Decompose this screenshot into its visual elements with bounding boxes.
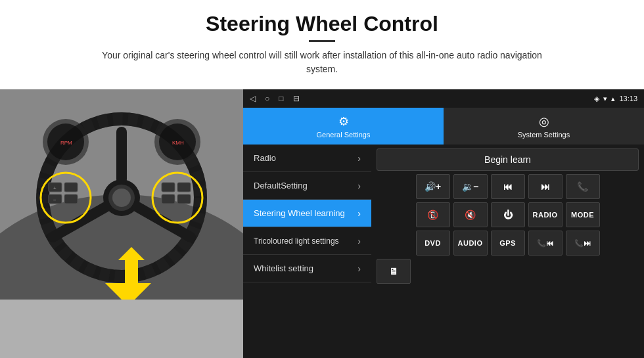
svg-text:−: − bbox=[53, 197, 57, 203]
status-bar: ◁ ○ □ ⊟ ◈ ▾ ▴ 13:13 bbox=[243, 89, 644, 108]
home-nav-icon[interactable]: ○ bbox=[265, 94, 269, 103]
general-settings-icon: ⚙ bbox=[338, 114, 349, 129]
dvd-label: DVD bbox=[425, 239, 441, 247]
status-bar-right: ◈ ▾ ▴ 13:13 bbox=[594, 95, 637, 103]
menu-item-default[interactable]: DefaultSetting › bbox=[243, 172, 371, 200]
menu-item-whitelist[interactable]: Whitelist setting › bbox=[243, 255, 371, 282]
svg-rect-19 bbox=[162, 194, 175, 204]
main-content: Radio › DefaultSetting › Steering Wheel … bbox=[243, 145, 644, 358]
controls-panel: Begin learn 🔊+ 🔉− ⏮ bbox=[371, 145, 644, 358]
chevron-icon-radio: › bbox=[357, 153, 361, 164]
menu-item-tricoloured[interactable]: Tricoloured light settings › bbox=[243, 227, 371, 255]
chevron-icon-default: › bbox=[357, 181, 361, 191]
menu-item-tricoloured-label: Tricoloured light settings bbox=[254, 236, 339, 246]
svg-rect-21 bbox=[177, 194, 191, 204]
controls-row-1: 🔊+ 🔉− ⏮ ⏭ 📞 bbox=[377, 174, 639, 199]
gps-label: GPS bbox=[499, 239, 516, 247]
controls-row-2: 📵 🔇 ⏻ RADIO MODE bbox=[377, 202, 639, 227]
signal-icon: ▴ bbox=[611, 95, 615, 103]
vol-up-button[interactable]: 🔊+ bbox=[416, 174, 450, 199]
menu-nav-icon[interactable]: ⊟ bbox=[293, 94, 300, 103]
audio-button[interactable]: AUDIO bbox=[453, 231, 488, 256]
page-title: Steering Wheel Control bbox=[39, 12, 605, 36]
page-container: Steering Wheel Control Your original car… bbox=[0, 0, 644, 358]
call-end-icon: 📵 bbox=[427, 210, 438, 220]
menu-item-radio[interactable]: Radio › bbox=[243, 145, 371, 172]
chevron-icon-steering: › bbox=[357, 208, 361, 219]
mode-button[interactable]: MODE bbox=[566, 202, 600, 227]
mute-button[interactable]: 🔇 bbox=[453, 202, 488, 227]
location-icon: ◈ bbox=[594, 95, 599, 103]
content-row: + − RPM KMH bbox=[0, 89, 644, 358]
svg-point-6 bbox=[112, 189, 131, 207]
menu-item-radio-label: Radio bbox=[254, 153, 276, 163]
next-track-button[interactable]: ⏭ bbox=[528, 174, 563, 199]
screen-button[interactable]: 🖥 bbox=[377, 259, 411, 284]
screen-icon: 🖥 bbox=[389, 266, 398, 277]
settings-panel: Radio › DefaultSetting › Steering Wheel … bbox=[243, 145, 371, 358]
call-end-button[interactable]: 📵 bbox=[416, 202, 450, 227]
radio-label: RADIO bbox=[533, 211, 558, 219]
system-settings-icon: ◎ bbox=[539, 114, 549, 129]
chevron-icon-tricoloured: › bbox=[357, 236, 361, 246]
begin-learn-row: Begin learn bbox=[377, 148, 639, 171]
svg-text:RPM: RPM bbox=[60, 140, 72, 146]
steering-wheel-area: + − RPM KMH bbox=[0, 89, 243, 358]
status-bar-left: ◁ ○ □ ⊟ bbox=[250, 94, 300, 103]
svg-rect-13 bbox=[64, 183, 78, 192]
svg-rect-18 bbox=[162, 183, 175, 192]
phone-icon: 📞 bbox=[577, 181, 588, 192]
back-nav-icon[interactable]: ◁ bbox=[250, 94, 256, 103]
svg-text:KMH: KMH bbox=[172, 140, 184, 146]
svg-rect-20 bbox=[177, 183, 191, 192]
tel-next-button[interactable]: 📞⏭ bbox=[566, 231, 600, 256]
begin-learn-button[interactable]: Begin learn bbox=[377, 148, 639, 171]
svg-rect-14 bbox=[64, 194, 78, 204]
title-divider bbox=[309, 40, 335, 42]
svg-text:+: + bbox=[53, 185, 57, 191]
audio-label: AUDIO bbox=[458, 239, 483, 247]
mute-icon: 🔇 bbox=[465, 210, 476, 220]
prev-track-icon: ⏮ bbox=[503, 181, 513, 192]
menu-item-steering-label: Steering Wheel learning bbox=[254, 208, 345, 218]
dvd-button[interactable]: DVD bbox=[416, 231, 450, 256]
tab-system[interactable]: ◎ System Settings bbox=[444, 108, 644, 145]
menu-item-default-label: DefaultSetting bbox=[254, 181, 308, 190]
prev-track-button[interactable]: ⏮ bbox=[491, 174, 525, 199]
phone-button[interactable]: 📞 bbox=[566, 174, 600, 199]
tab-system-label: System Settings bbox=[518, 131, 570, 139]
recents-nav-icon[interactable]: □ bbox=[279, 94, 283, 103]
power-button[interactable]: ⏻ bbox=[491, 202, 525, 227]
gps-button[interactable]: GPS bbox=[491, 231, 525, 256]
steering-wheel-svg: + − RPM KMH bbox=[0, 89, 243, 300]
tel-next-icon: 📞⏭ bbox=[574, 239, 591, 248]
device-panel: ◁ ○ □ ⊟ ◈ ▾ ▴ 13:13 ⚙ General Settings bbox=[243, 89, 644, 358]
mode-label: MODE bbox=[571, 211, 594, 219]
tab-general-label: General Settings bbox=[317, 131, 371, 139]
power-icon: ⏻ bbox=[503, 210, 513, 220]
menu-item-steering[interactable]: Steering Wheel learning › bbox=[243, 200, 371, 227]
tel-prev-button[interactable]: 📞⏮ bbox=[528, 231, 563, 256]
vol-down-icon: 🔉− bbox=[462, 181, 478, 192]
status-time: 13:13 bbox=[619, 95, 637, 102]
header-section: Steering Wheel Control Your original car… bbox=[0, 0, 644, 83]
next-track-icon: ⏭ bbox=[541, 181, 550, 192]
controls-row-4: 🖥 bbox=[377, 259, 639, 284]
vol-up-icon: 🔊+ bbox=[425, 181, 441, 192]
vol-down-button[interactable]: 🔉− bbox=[453, 174, 488, 199]
wifi-icon: ▾ bbox=[603, 95, 607, 103]
svg-rect-23 bbox=[125, 260, 138, 283]
chevron-icon-whitelist: › bbox=[357, 263, 361, 274]
tab-bar: ⚙ General Settings ◎ System Settings bbox=[243, 108, 644, 145]
subtitle: Your original car's steering wheel contr… bbox=[92, 49, 552, 76]
menu-item-whitelist-label: Whitelist setting bbox=[254, 263, 313, 273]
controls-row-3: DVD AUDIO GPS 📞⏮ 📞⏭ bbox=[377, 231, 639, 256]
tel-prev-icon: 📞⏮ bbox=[537, 239, 553, 248]
radio-button[interactable]: RADIO bbox=[528, 202, 563, 227]
tab-general[interactable]: ⚙ General Settings bbox=[243, 108, 444, 145]
